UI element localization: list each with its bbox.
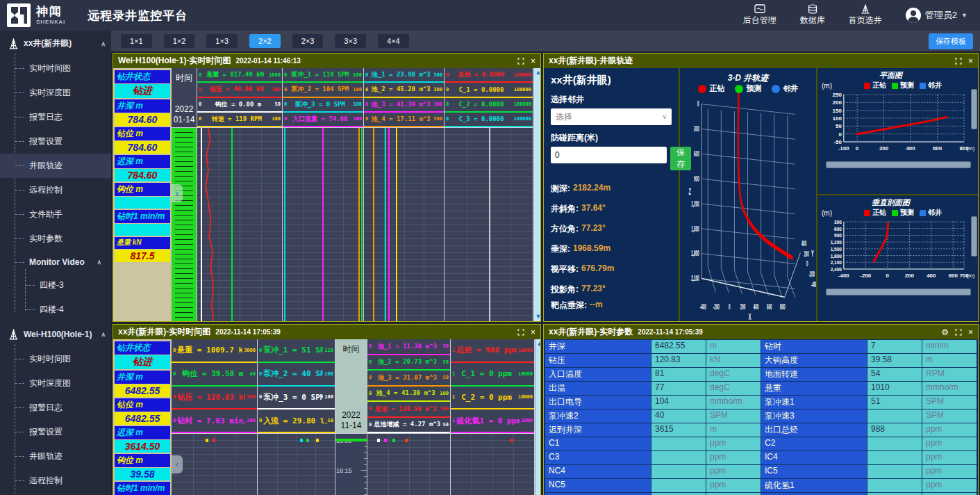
time-subtick <box>364 476 367 477</box>
mini-vertical-scrollbar[interactable] <box>971 216 977 257</box>
layout-button-4×4[interactable]: 4×4 <box>378 34 409 48</box>
well-node-0[interactable]: xx井(新井眼)∧ <box>0 31 111 56</box>
offset-well-select[interactable]: 选择 ∨ <box>551 108 672 125</box>
mini-vertical-scrollbar[interactable] <box>971 89 977 129</box>
param-label: 钻位 m <box>115 398 170 412</box>
layout-button-1×3[interactable]: 1×3 <box>206 34 238 48</box>
param-name-cell: 出口总烃 <box>761 423 867 437</box>
scale-min: 0 <box>199 87 201 92</box>
vertical-scrollbar[interactable]: ▲▼ <box>535 339 540 495</box>
close-icon[interactable]: × <box>968 57 973 65</box>
expand-icon[interactable] <box>955 58 962 65</box>
sidebar-item-井眼轨迹[interactable]: 井眼轨迹 <box>0 154 111 178</box>
scale-min: 0 <box>259 348 262 353</box>
tree-dash-icon <box>15 383 24 384</box>
console-icon <box>754 4 765 14</box>
tree-dash-icon <box>26 285 35 286</box>
save-template-button[interactable]: 保存模板 <box>929 33 973 49</box>
curve-label: 转速 = 119 RPM <box>203 115 270 124</box>
svg-text:X: X <box>749 311 751 321</box>
svg-text:900: 900 <box>834 233 842 238</box>
param-unit-cell: ppm <box>706 465 761 478</box>
close-icon[interactable]: × <box>531 328 535 336</box>
chart-track: 0泵冲_1 = 119 SPM1000泵冲_2 = 104 SPM1000泵冲_… <box>283 68 364 321</box>
layout-button-2×2[interactable]: 2×2 <box>249 34 281 48</box>
well-node-1[interactable]: Wei-H100(Hole-1)∧ <box>0 322 111 347</box>
user-menu[interactable]: 管理员2 ▼ <box>906 8 967 23</box>
sidebar-item-远程控制[interactable]: 远程控制 <box>0 469 111 493</box>
param-value-cell <box>867 437 922 451</box>
trajectory-info-panel: xx井(新井眼) 选择邻井 选择 ∨ 防碰距离(米) 保存 测深:2182.24… <box>544 68 680 321</box>
svg-text:2,100: 2,100 <box>691 274 699 283</box>
nav-database[interactable]: 数据库 <box>800 4 825 26</box>
legend-item: 邻井 <box>920 81 942 90</box>
collapse-handle[interactable]: ‹ <box>172 184 183 202</box>
sidebar-item-实时时间图[interactable]: 实时时间图 <box>0 347 111 371</box>
scroll-up-icon[interactable]: ▲ <box>537 339 540 348</box>
scroll-down-icon[interactable]: ▼ <box>535 312 540 321</box>
track-body <box>197 128 282 321</box>
chevron-up-icon: ∧ <box>97 259 101 266</box>
data-line <box>284 128 285 321</box>
sidebar-item-报警日志[interactable]: 报警日志 <box>0 396 111 420</box>
expand-icon[interactable] <box>955 329 962 336</box>
distance-input[interactable] <box>551 147 667 163</box>
sidebar-item-远程控制[interactable]: 远程控制 <box>0 178 111 202</box>
layout-button-3×3[interactable]: 3×3 <box>335 34 366 48</box>
layout-button-1×1[interactable]: 1×1 <box>121 34 152 48</box>
curve-label: 池_4 = 41.30 m^3 <box>373 389 438 398</box>
sidebar-item-报警设置[interactable]: 报警设置 <box>0 420 111 444</box>
track-body <box>283 128 363 321</box>
svg-text:200: 200 <box>804 250 808 258</box>
param-label: 钻时1 min/m <box>115 210 170 223</box>
time-subtick <box>364 488 367 489</box>
collapse-handle[interactable]: ‹ <box>172 455 183 473</box>
nav-home-well-select[interactable]: 首页选井 <box>849 4 882 26</box>
param-label: 钻时1 min/m <box>115 482 170 495</box>
param-value-cell: 6482.55 <box>651 340 706 353</box>
scale-min: 0 <box>284 116 287 122</box>
param-name-cell: 出口电导 <box>545 396 651 409</box>
sidebar-item-实时时间图[interactable]: 实时时间图 <box>0 56 111 81</box>
close-icon[interactable]: × <box>968 328 973 336</box>
3d-chart-legend: 正钻预测邻井 <box>680 83 816 94</box>
grid-line <box>472 434 472 495</box>
tree-dash-icon <box>15 262 24 263</box>
scale-max: 100000 <box>514 102 531 107</box>
vertical-scrollbar[interactable]: ▲▼ <box>533 68 540 321</box>
close-icon[interactable]: × <box>531 57 535 65</box>
settings-gear-icon[interactable]: ⚙ <box>941 328 949 336</box>
nav-backend-admin[interactable]: 后台管理 <box>743 4 776 26</box>
expand-icon[interactable] <box>517 329 524 336</box>
legend-label: 预测 <box>900 81 914 90</box>
expand-icon[interactable] <box>517 58 524 65</box>
select-value: 选择 <box>556 111 572 123</box>
sidebar-item-文件助手[interactable]: 文件助手 <box>0 202 111 227</box>
mini-horizontal-scrollbar[interactable] <box>826 289 971 295</box>
sidebar-item-实时参数[interactable]: 实时参数 <box>0 227 111 251</box>
sidebar-item-Monitor Video[interactable]: Monitor Video∧ <box>0 251 111 273</box>
param-name-cell: 出温 <box>545 382 651 395</box>
trajectory-stats: 测深:2182.24m井斜角:37.64°方位角:77.23°垂深:1968.5… <box>551 179 672 316</box>
sidebar-item-四楼-3[interactable]: 四楼-3 <box>0 273 111 298</box>
scroll-up-icon[interactable]: ▲ <box>535 68 540 77</box>
legend-swatch <box>864 83 870 89</box>
curve-header: 0钻压 = 120.83 kN300 <box>172 387 257 410</box>
param-unit-cell: ppm <box>706 451 761 464</box>
layout-button-1×2[interactable]: 1×2 <box>164 34 195 48</box>
curve-header: 0钻压 = 40.66 kN300 <box>197 83 282 97</box>
sidebar-item-报警设置[interactable]: 报警设置 <box>0 129 111 154</box>
layout-button-2×3[interactable]: 2×3 <box>292 34 324 48</box>
sidebar-item-实时深度图[interactable]: 实时深度图 <box>0 371 111 396</box>
sidebar-item-报警日志[interactable]: 报警日志 <box>0 105 111 129</box>
sidebar-item-实时深度图[interactable]: 实时深度图 <box>0 81 111 105</box>
legend-item: 预测 <box>735 83 762 94</box>
scale-max: 100000 <box>514 116 531 122</box>
panel-header: xx井(新井眼)-实时时间图 2022-11-14 17:05:39 × <box>113 325 540 339</box>
sidebar-item-井眼轨迹[interactable]: 井眼轨迹 <box>0 444 111 469</box>
grid-line <box>409 434 410 495</box>
param-value <box>115 224 170 236</box>
sidebar-item-四楼-4[interactable]: 四楼-4 <box>0 298 111 322</box>
sidebar-item-label: Monitor Video <box>29 257 85 267</box>
mini-horizontal-scrollbar[interactable] <box>826 161 971 168</box>
